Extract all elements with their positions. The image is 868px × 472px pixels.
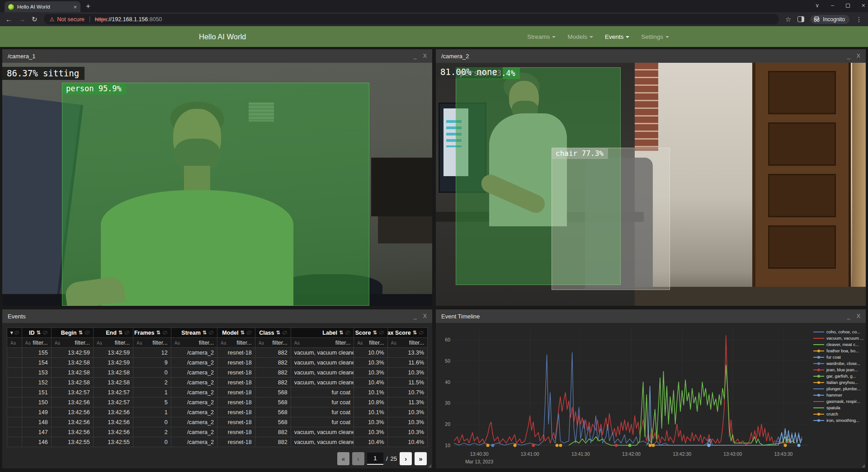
filter-cell[interactable]: Aafilter...	[133, 338, 171, 348]
close-icon[interactable]: X	[857, 53, 860, 59]
table-row[interactable]: 15213:42:5813:42:582/camera_2resnet-1888…	[7, 378, 428, 388]
column-header-label[interactable]: Label⇅	[291, 328, 354, 338]
minimize-icon[interactable]: _	[847, 313, 850, 319]
legend-item[interactable]: Italian greyhou...	[813, 380, 863, 385]
events-panel-header[interactable]: Events _ X	[2, 309, 432, 323]
event-marker-dot	[486, 444, 489, 447]
row-expander[interactable]	[7, 388, 22, 397]
minimize-icon[interactable]: _	[414, 313, 417, 319]
filter-cell[interactable]: Aafilter...	[171, 338, 217, 348]
column-header-model[interactable]: Model⇅	[217, 328, 255, 338]
reload-button[interactable]: ↻	[32, 15, 38, 23]
browser-tab[interactable]: Hello AI World ×	[5, 1, 80, 12]
legend-item[interactable]: coho, cohoe, co...	[813, 329, 863, 334]
column-header-class[interactable]: Class⇅	[255, 328, 291, 338]
nav-models[interactable]: Models	[567, 33, 593, 40]
page-number-input[interactable]	[367, 453, 383, 465]
camera2-panel-header[interactable]: /camera_2 _ X	[436, 49, 866, 63]
window-maximize-button[interactable]	[846, 4, 850, 8]
nav-settings[interactable]: Settings	[641, 33, 669, 40]
row-expander[interactable]	[7, 417, 22, 427]
filter-cell[interactable]: Aafilter...	[291, 338, 354, 348]
table-row[interactable]: 14713:42:5613:42:562/camera_2resnet-1888…	[7, 427, 428, 437]
row-expander[interactable]	[7, 427, 22, 437]
legend-item[interactable]: wardrobe, close...	[813, 361, 863, 366]
row-expander[interactable]	[7, 348, 22, 358]
table-row[interactable]: 14813:42:5613:42:560/camera_2resnet-1856…	[7, 417, 428, 427]
last-page-button[interactable]: »	[415, 452, 427, 465]
bookmark-star-icon[interactable]: ☆	[785, 15, 791, 23]
filter-cell[interactable]: Aafilter...	[22, 338, 51, 348]
table-row[interactable]: 14613:42:5513:42:550/camera_2resnet-1888…	[7, 437, 428, 447]
row-expander[interactable]	[7, 358, 22, 368]
legend-item[interactable]: crutch	[813, 411, 863, 416]
filter-cell[interactable]: Aafilter...	[51, 338, 93, 348]
legend-item[interactable]: vacuum, vacuum ...	[813, 336, 863, 341]
nav-events[interactable]: Events	[605, 33, 629, 40]
back-button[interactable]: ←	[5, 15, 12, 23]
timeline-plot[interactable]	[454, 329, 809, 449]
row-expander[interactable]	[7, 368, 22, 378]
column-header-score[interactable]: Score⇅	[354, 328, 387, 338]
resize-handle[interactable]	[428, 464, 431, 467]
resize-handle[interactable]	[862, 464, 865, 467]
tab-close-icon[interactable]: ×	[73, 4, 77, 10]
table-row[interactable]: 15413:42:5813:42:599/camera_2resnet-1888…	[7, 358, 428, 368]
column-header-begin[interactable]: Begin⇅	[51, 328, 93, 338]
legend-item[interactable]: gar, garfish, g...	[813, 374, 863, 379]
table-row[interactable]: 15013:42:5613:42:575/camera_2resnet-1856…	[7, 397, 428, 407]
camera1-panel-header[interactable]: /camera_1 _ X	[2, 49, 432, 63]
close-icon[interactable]: X	[857, 313, 860, 319]
column-header-frames[interactable]: Frames⇅	[133, 328, 171, 338]
legend-item[interactable]: hammer	[813, 393, 863, 397]
filter-cell[interactable]: Aafilter...	[217, 338, 255, 348]
filter-cell[interactable]: Aafilter...	[387, 338, 427, 348]
row-expander[interactable]	[7, 407, 22, 417]
timeline-panel-header[interactable]: Event Timeline _ X	[436, 309, 866, 323]
browser-menu-icon[interactable]: ⋮	[856, 16, 863, 23]
column-header-max score[interactable]: Max Score⇅	[387, 328, 427, 338]
row-expander[interactable]	[7, 397, 22, 407]
expander-header[interactable]: ▾	[7, 328, 22, 338]
table-row[interactable]: 15313:42:5813:42:580/camera_2resnet-1888…	[7, 368, 428, 378]
legend-item[interactable]: iron, smoothing...	[813, 418, 863, 423]
minimize-icon[interactable]: _	[414, 53, 417, 59]
column-header-id[interactable]: ID⇅	[22, 328, 51, 338]
filter-cell[interactable]: Aafilter...	[354, 338, 387, 348]
table-cell: 10.3%	[387, 407, 427, 417]
row-expander[interactable]	[7, 378, 22, 388]
forward-button[interactable]: →	[19, 15, 25, 23]
x-tick-label: 13:40:30	[470, 451, 489, 457]
new-tab-button[interactable]: +	[86, 2, 90, 11]
prev-page-button[interactable]: ‹	[352, 452, 364, 465]
table-row[interactable]: 15113:42:5713:42:571/camera_2resnet-1856…	[7, 388, 428, 397]
close-icon[interactable]: X	[423, 313, 427, 319]
filter-cell[interactable]: Aafilter...	[255, 338, 291, 348]
tab-search-chevron-icon[interactable]: ∨	[815, 2, 819, 9]
filter-cell[interactable]: Aafilter...	[93, 338, 133, 348]
legend-item[interactable]: jean, blue jean...	[813, 367, 863, 372]
legend-item[interactable]: plunger, plumbe...	[813, 386, 863, 391]
side-panel-icon[interactable]	[797, 16, 804, 22]
nav-streams[interactable]: Streams	[527, 33, 556, 40]
next-page-button[interactable]: ›	[400, 452, 412, 465]
legend-marker	[813, 369, 824, 370]
first-page-button[interactable]: «	[337, 452, 349, 465]
legend-item[interactable]: gasmask, respir...	[813, 399, 863, 404]
row-expander[interactable]	[7, 437, 22, 447]
table-row[interactable]: 15513:42:5913:42:5912/camera_2resnet-188…	[7, 348, 428, 358]
column-header-end[interactable]: End⇅	[93, 328, 133, 338]
filter-cell[interactable]: Aa	[7, 338, 22, 348]
close-icon[interactable]: X	[423, 53, 427, 59]
legend-item[interactable]: spatula	[813, 405, 863, 410]
legend-item[interactable]: cleaver, meat c...	[813, 342, 863, 347]
window-close-button[interactable]: ×	[862, 2, 865, 9]
column-header-stream[interactable]: Stream⇅	[171, 328, 217, 338]
legend-item[interactable]: fur coat	[813, 355, 863, 360]
minimize-icon[interactable]: _	[847, 53, 850, 59]
window-minimize-button[interactable]: –	[831, 2, 834, 9]
legend-item[interactable]: feather boa, bo...	[813, 348, 863, 353]
url-port: :8050	[148, 16, 162, 23]
table-row[interactable]: 14913:42:5613:42:561/camera_2resnet-1856…	[7, 407, 428, 417]
address-bar[interactable]: ⚠ Not secure https://192.168.1.156:8050	[44, 14, 779, 24]
